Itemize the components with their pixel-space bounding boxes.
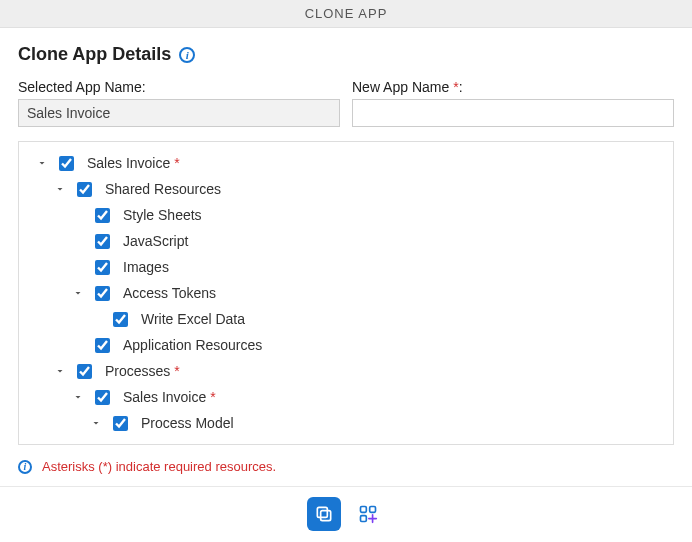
node-processes[interactable]: Processes * bbox=[101, 360, 180, 382]
info-icon: i bbox=[18, 460, 32, 474]
checkbox-write-excel-data[interactable] bbox=[113, 312, 128, 327]
node-process-model[interactable]: Process Model bbox=[137, 412, 234, 434]
info-icon[interactable]: i bbox=[179, 47, 195, 63]
caret-icon[interactable] bbox=[71, 391, 85, 403]
svg-rect-3 bbox=[370, 507, 376, 513]
checkbox-access-tokens[interactable] bbox=[95, 286, 110, 301]
checkbox-images[interactable] bbox=[95, 260, 110, 275]
checkbox-sales-invoice-process[interactable] bbox=[95, 390, 110, 405]
selected-app-label: Selected App Name: bbox=[18, 79, 340, 95]
svg-rect-4 bbox=[361, 516, 367, 522]
new-app-label: New App Name *: bbox=[352, 79, 674, 95]
footnote-text: Asterisks (*) indicate required resource… bbox=[42, 459, 276, 474]
node-javascript[interactable]: JavaScript bbox=[119, 230, 188, 252]
step-toolbar bbox=[0, 486, 692, 539]
dialog-title: CLONE APP bbox=[305, 6, 388, 21]
step-group-icon[interactable] bbox=[351, 497, 385, 531]
resource-tree: Sales Invoice * Shared Resources Style S… bbox=[18, 141, 674, 445]
node-images[interactable]: Images bbox=[119, 256, 169, 278]
node-sales-invoice[interactable]: Sales Invoice * bbox=[83, 152, 180, 174]
node-access-tokens[interactable]: Access Tokens bbox=[119, 282, 216, 304]
node-style-sheets[interactable]: Style Sheets bbox=[119, 204, 202, 226]
node-sales-invoice-process[interactable]: Sales Invoice * bbox=[119, 386, 216, 408]
checkbox-style-sheets[interactable] bbox=[95, 208, 110, 223]
node-application-resources[interactable]: Application Resources bbox=[119, 334, 262, 356]
caret-icon[interactable] bbox=[35, 157, 49, 169]
caret-icon[interactable] bbox=[53, 183, 67, 195]
svg-rect-2 bbox=[361, 507, 367, 513]
checkbox-sales-invoice[interactable] bbox=[59, 156, 74, 171]
caret-icon[interactable] bbox=[71, 287, 85, 299]
checkbox-application-resources[interactable] bbox=[95, 338, 110, 353]
caret-icon[interactable] bbox=[89, 417, 103, 429]
svg-rect-1 bbox=[321, 511, 331, 521]
new-app-input[interactable] bbox=[352, 99, 674, 127]
checkbox-process-model[interactable] bbox=[113, 416, 128, 431]
checkbox-javascript[interactable] bbox=[95, 234, 110, 249]
node-write-excel-data[interactable]: Write Excel Data bbox=[137, 308, 245, 330]
checkbox-shared-resources[interactable] bbox=[77, 182, 92, 197]
dialog-header: CLONE APP bbox=[0, 0, 692, 28]
node-shared-resources[interactable]: Shared Resources bbox=[101, 178, 221, 200]
page-title: Clone App Details bbox=[18, 44, 171, 65]
checkbox-processes[interactable] bbox=[77, 364, 92, 379]
step-clone-icon[interactable] bbox=[307, 497, 341, 531]
selected-app-input bbox=[18, 99, 340, 127]
caret-icon[interactable] bbox=[53, 365, 67, 377]
svg-rect-0 bbox=[317, 507, 327, 517]
